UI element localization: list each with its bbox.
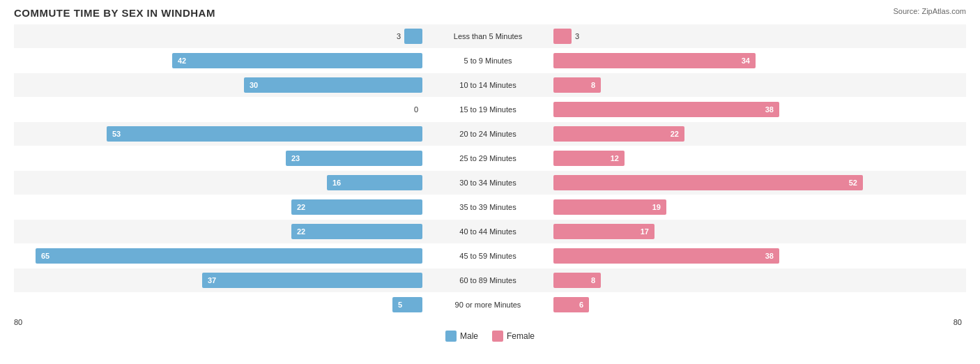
legend-female-label: Female: [507, 331, 535, 341]
bar-female: [553, 29, 572, 44]
bar-female: 8: [553, 77, 601, 93]
bar-female: 17: [553, 224, 654, 239]
bar-label: 40 to 44 Minutes: [425, 227, 551, 236]
left-section: 37: [14, 273, 425, 288]
source-text: Source: ZipAtlas.com: [893, 7, 966, 15]
bar-label: 45 to 59 Minutes: [425, 252, 551, 260]
right-section: 34: [551, 53, 962, 68]
right-section: 12: [551, 151, 962, 166]
right-section: 3: [551, 29, 962, 44]
bar-row: 2240 to 44 Minutes17: [14, 220, 966, 243]
left-section: 53: [14, 126, 425, 142]
right-section: 38: [551, 102, 962, 117]
axis-right-label: 80: [954, 318, 962, 326]
right-section: 38: [551, 248, 962, 264]
bar-female: 52: [553, 175, 863, 190]
bar-row: 3760 to 89 Minutes8: [14, 268, 966, 292]
bar-row: 3010 to 14 Minutes8: [14, 73, 966, 97]
bar-row: 590 or more Minutes6: [14, 293, 966, 317]
bar-male: 22: [291, 199, 422, 215]
bar-male: 65: [36, 248, 422, 264]
bar-female: 38: [553, 248, 779, 264]
bar-label: 15 to 19 Minutes: [425, 105, 551, 114]
left-section: 22: [14, 224, 425, 239]
left-section: 65: [14, 248, 425, 264]
bar-female: 38: [553, 102, 779, 117]
left-section: 42: [14, 53, 425, 68]
bar-label: 30 to 34 Minutes: [425, 179, 551, 187]
bar-row: 2235 to 39 Minutes19: [14, 195, 966, 219]
left-section: 30: [14, 77, 425, 93]
right-section: 8: [551, 77, 962, 93]
bar-row: 1630 to 34 Minutes52: [14, 171, 966, 195]
bar-male: 5: [392, 297, 422, 312]
legend-female-box: [492, 331, 503, 342]
right-section: 22: [551, 126, 962, 142]
bar-female: 22: [553, 126, 684, 142]
right-section: 19: [551, 199, 962, 215]
right-section: 17: [551, 224, 962, 239]
legend-male-box: [445, 331, 457, 342]
bar-label: 90 or more Minutes: [425, 301, 551, 309]
bar-female: 19: [553, 199, 666, 215]
legend: Male Female: [14, 331, 966, 342]
bar-row: 3Less than 5 Minutes3: [14, 24, 966, 48]
bar-row: 015 to 19 Minutes38: [14, 98, 966, 121]
left-section: 16: [14, 175, 425, 190]
bar-male: 22: [291, 224, 422, 239]
left-section: 0: [14, 105, 425, 114]
left-section: 22: [14, 199, 425, 215]
bar-label: 5 to 9 Minutes: [425, 56, 551, 65]
left-section: 3: [14, 29, 425, 44]
bar-label: 25 to 29 Minutes: [425, 154, 551, 162]
left-section: 5: [14, 297, 425, 312]
bar-female: 12: [553, 151, 625, 166]
legend-male-label: Male: [460, 331, 478, 341]
bar-row: 6545 to 59 Minutes38: [14, 244, 966, 268]
bar-male: 42: [172, 53, 422, 68]
bar-male: [404, 29, 422, 44]
bar-female: 6: [553, 297, 589, 312]
left-section: 23: [14, 151, 425, 166]
bar-label: Less than 5 Minutes: [425, 32, 551, 40]
bar-label: 35 to 39 Minutes: [425, 203, 551, 211]
bar-female: 8: [553, 273, 601, 288]
bar-male: 23: [286, 151, 422, 166]
bar-male: 53: [107, 126, 422, 142]
bar-label: 20 to 24 Minutes: [425, 130, 551, 138]
right-section: 6: [551, 297, 962, 312]
bar-male: 16: [327, 175, 422, 190]
bar-row: 2325 to 29 Minutes12: [14, 146, 966, 170]
bar-label: 60 to 89 Minutes: [425, 276, 551, 285]
chart-container: COMMUTE TIME BY SEX IN WINDHAM Source: Z…: [0, 0, 980, 364]
bottom-row: 80 80: [14, 318, 966, 326]
right-section: 52: [551, 175, 962, 190]
bar-row: 5320 to 24 Minutes22: [14, 122, 966, 146]
axis-left-label: 80: [14, 318, 22, 326]
legend-male: Male: [445, 331, 478, 342]
chart-title: COMMUTE TIME BY SEX IN WINDHAM: [14, 7, 966, 19]
bar-female: 34: [553, 53, 756, 68]
legend-female: Female: [492, 331, 535, 342]
bar-row: 425 to 9 Minutes34: [14, 49, 966, 73]
right-section: 8: [551, 273, 962, 288]
bar-male: 37: [202, 273, 422, 288]
bar-label: 10 to 14 Minutes: [425, 81, 551, 89]
chart-area: 3Less than 5 Minutes3425 to 9 Minutes343…: [14, 24, 966, 317]
bar-male: 30: [244, 77, 422, 93]
